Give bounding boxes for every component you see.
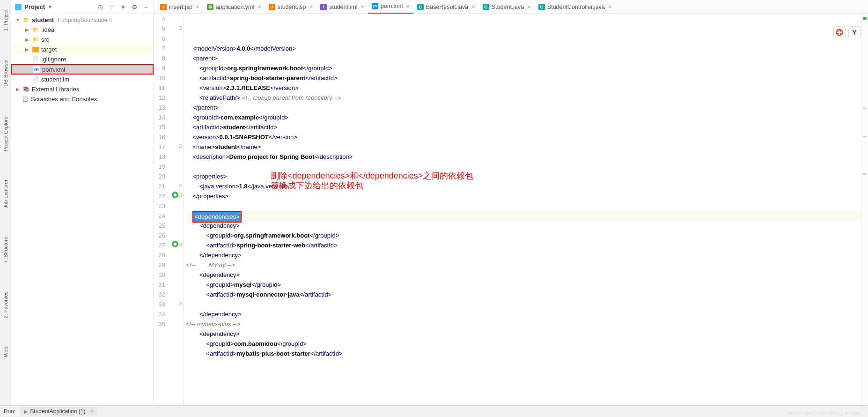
tab-job-explorer[interactable]: Job Explorer	[3, 179, 8, 208]
tab-project[interactable]: 1: Project	[3, 9, 8, 31]
project-panel: Project ▼ ⊙ ÷ ✦ ⚙ − ▼ 📁 student F:\Sprin…	[11, 0, 154, 417]
expand-icon[interactable]: ÷	[108, 3, 116, 11]
project-title[interactable]: Project	[24, 3, 45, 10]
tree-item-iml[interactable]: 📄 student.iml	[11, 74, 154, 84]
bottom-bar: Run: ▶ StudentApplication (1) × https://…	[0, 405, 868, 417]
close-icon[interactable]: ×	[527, 3, 531, 10]
tab-studentcontroller-java[interactable]: CStudentController.java×	[535, 0, 616, 14]
collapse-icon[interactable]: ✦	[119, 3, 127, 11]
gutter-marks: ⊟ ⊟ ⊟ ⊟ ⊟ ⊟	[171, 14, 184, 406]
browser-widgets: Y	[833, 26, 861, 38]
tree-item-gitignore[interactable]: 📄 .gitignore	[11, 54, 154, 64]
tree-external-libs[interactable]: ▶📚 External Libraries	[11, 84, 154, 94]
tab-student-jsp[interactable]: Jstudent.jsp×	[265, 0, 316, 14]
close-icon[interactable]: ×	[360, 3, 364, 10]
tab-project-explorer[interactable]: Project Explorer	[3, 115, 8, 151]
tree-item-target[interactable]: ▶ target	[11, 45, 154, 54]
close-icon[interactable]: ×	[309, 3, 313, 10]
close-icon[interactable]: ×	[608, 3, 612, 10]
override-icon[interactable]	[172, 192, 178, 198]
hide-icon[interactable]: −	[141, 3, 150, 11]
locate-icon[interactable]: ⊙	[96, 3, 105, 11]
tab-db-browser[interactable]: DB Browser	[3, 59, 8, 87]
editor-area: Jinsert.jsp× ⚙application.yml× Jstudent.…	[154, 0, 868, 417]
run-label[interactable]: Run:	[4, 408, 15, 415]
yandex-icon[interactable]: Y	[848, 26, 861, 38]
tab-favorites[interactable]: 2: Favorites	[3, 291, 8, 318]
tree-item-idea[interactable]: ▶📁 .idea	[11, 25, 154, 35]
tree-root[interactable]: ▼ 📁 student F:\SpringBoot\student	[11, 15, 154, 25]
tab-pom-xml[interactable]: mpom.xml×	[368, 0, 413, 14]
project-header: Project ▼ ⊙ ÷ ✦ ⚙ −	[11, 0, 154, 14]
tab-baseresult-java[interactable]: CBaseResult.java×	[413, 0, 479, 14]
tab-structure[interactable]: 7: Structure	[3, 237, 8, 263]
tab-web[interactable]: Web	[3, 347, 8, 357]
tree-scratches[interactable]: 📋 Scratches and Consoles	[11, 94, 154, 104]
right-gutter[interactable]	[861, 14, 868, 406]
close-icon[interactable]: ×	[471, 3, 475, 10]
close-icon[interactable]: ×	[90, 408, 94, 415]
tab-insert-jsp[interactable]: Jinsert.jsp×	[156, 0, 203, 14]
close-icon[interactable]: ×	[406, 3, 410, 10]
project-icon	[15, 4, 22, 10]
chevron-down-icon[interactable]: ▼	[48, 4, 52, 9]
tree-item-pom[interactable]: m pom.xml	[11, 64, 154, 74]
code-editor[interactable]: 删除<dependencies>和</dependencies>之间的依赖包 替…	[184, 14, 861, 406]
run-tab[interactable]: ▶ StudentApplication (1) ×	[20, 407, 97, 416]
line-numbers: 4567891011121314151617181920212223242526…	[154, 14, 171, 406]
left-tool-tabs: 1: Project DB Browser Project Explorer J…	[0, 0, 11, 417]
run-icon: ▶	[24, 409, 28, 415]
gear-icon[interactable]: ⚙	[130, 3, 139, 11]
tab-student-iml[interactable]: istudent.iml×	[316, 0, 368, 14]
project-tree[interactable]: ▼ 📁 student F:\SpringBoot\student ▶📁 .id…	[11, 14, 154, 417]
chrome-icon[interactable]	[833, 26, 846, 38]
watermark: https://blog.csdn.net/qq_41404...	[788, 410, 863, 416]
editor-tabs: Jinsert.jsp× ⚙application.yml× Jstudent.…	[154, 0, 868, 14]
tab-student-java[interactable]: CStudent.java×	[479, 0, 535, 14]
override-icon[interactable]	[172, 241, 178, 247]
close-icon[interactable]: ×	[257, 3, 261, 10]
close-icon[interactable]: ×	[196, 3, 199, 10]
tab-application-yml[interactable]: ⚙application.yml×	[203, 0, 265, 14]
tree-item-src[interactable]: ▶📁 src	[11, 35, 154, 45]
